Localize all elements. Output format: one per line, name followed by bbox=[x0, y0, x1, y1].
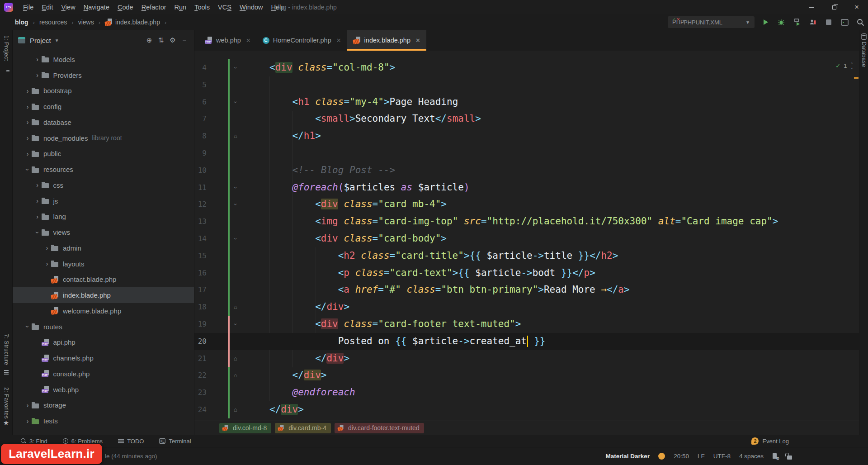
menu-vcs[interactable]: VCS bbox=[214, 4, 236, 11]
close-icon[interactable]: ✕ bbox=[336, 37, 341, 44]
chevron-icon[interactable]: › bbox=[33, 71, 42, 79]
menu-window[interactable]: Window bbox=[236, 4, 267, 11]
tool-tab-database[interactable]: Database bbox=[861, 42, 867, 67]
star-icon[interactable]: ★ bbox=[3, 419, 9, 427]
code-text[interactable]: <div class="col-md-8"> bbox=[269, 59, 859, 76]
code-text[interactable]: </div> bbox=[269, 401, 859, 418]
run-anything-button[interactable] bbox=[840, 17, 849, 27]
tool-tab-favorites[interactable]: 2: Favorites bbox=[3, 387, 9, 419]
line-separator[interactable]: LF bbox=[698, 453, 705, 460]
chevron-icon[interactable]: › bbox=[24, 119, 32, 126]
line-number[interactable]: 16 bbox=[194, 265, 207, 282]
vcs-modified-marker[interactable] bbox=[228, 350, 230, 367]
fold-end-icon[interactable]: ⌂ bbox=[231, 401, 241, 418]
debug-button[interactable] bbox=[776, 17, 786, 27]
fold-start-icon[interactable]: › bbox=[231, 316, 241, 333]
profiler-button[interactable] bbox=[808, 17, 818, 27]
theme-name[interactable]: Material Darker bbox=[606, 453, 650, 460]
breadcrumb-div.card.mb-4[interactable]: div.card.mb-4 bbox=[275, 423, 331, 433]
fold-end-icon[interactable]: ⌂ bbox=[231, 299, 241, 316]
run-with-coverage-button[interactable] bbox=[792, 17, 802, 27]
project-panel-title[interactable]: Project bbox=[30, 37, 51, 44]
tree-item-config[interactable]: ›config bbox=[13, 99, 194, 114]
menu-navigate[interactable]: Navigate bbox=[80, 4, 113, 11]
line-number[interactable]: 13 bbox=[194, 213, 207, 230]
line-number[interactable]: 6 bbox=[194, 94, 207, 111]
line-number[interactable]: 23 bbox=[194, 384, 207, 401]
tab-web.php[interactable]: PHPweb.php✕ bbox=[199, 30, 257, 51]
caret-position[interactable]: 20:50 bbox=[674, 453, 689, 460]
tree-item-index.blade.php[interactable]: index.blade.php bbox=[13, 287, 194, 303]
line-number[interactable]: 9 bbox=[194, 145, 207, 162]
menu-tools[interactable]: Tools bbox=[190, 4, 214, 11]
code-text[interactable]: </div> bbox=[269, 299, 859, 316]
vcs-added-marker[interactable] bbox=[228, 110, 230, 128]
tool-tab-structure[interactable]: 7: Structure bbox=[3, 334, 9, 365]
tree-item-Providers[interactable]: ›Providers bbox=[13, 67, 194, 83]
fold-start-icon[interactable]: › bbox=[231, 59, 241, 76]
chevron-icon[interactable]: › bbox=[33, 213, 42, 220]
chevron-icon[interactable]: › bbox=[33, 197, 42, 204]
line-number[interactable]: 8 bbox=[194, 128, 207, 145]
menu-code[interactable]: Code bbox=[113, 4, 137, 11]
tool-tab-terminal[interactable]: >_ Terminal bbox=[159, 438, 191, 445]
event-log-button[interactable]: 2 Event Log bbox=[751, 437, 789, 445]
line-number[interactable]: 14 bbox=[194, 230, 207, 247]
breadcrumb-div.col-md-8[interactable]: div.col-md-8 bbox=[219, 423, 271, 433]
chevron-down-icon[interactable]: ▼ bbox=[55, 38, 59, 43]
database-icon[interactable] bbox=[861, 33, 867, 42]
tab-index.blade.php[interactable]: index.blade.php✕ bbox=[347, 30, 426, 51]
fold-end-icon[interactable]: ⌂ bbox=[231, 367, 241, 384]
code-text[interactable]: </h1> bbox=[269, 128, 859, 145]
code-text[interactable]: <a href="#" class="btn btn-primary">Read… bbox=[269, 281, 859, 299]
tool-tab-todo[interactable]: TODO bbox=[118, 438, 144, 445]
vcs-modified-marker[interactable] bbox=[228, 333, 230, 350]
vcs-added-marker[interactable] bbox=[228, 265, 230, 282]
chevron-icon[interactable]: › bbox=[43, 260, 51, 267]
indent-setting[interactable]: 4 spaces bbox=[739, 453, 764, 460]
run-button[interactable] bbox=[760, 17, 770, 27]
code-text[interactable]: Posted on {{ $article->created_at }} bbox=[269, 333, 859, 350]
breadcrumb-item-blog[interactable]: blog bbox=[15, 19, 28, 26]
vcs-added-marker[interactable] bbox=[228, 162, 230, 179]
chevron-icon[interactable]: › bbox=[34, 228, 41, 237]
menu-run[interactable]: Run bbox=[170, 4, 191, 11]
breadcrumb-item-resources[interactable]: resources bbox=[39, 19, 67, 26]
tree-item-tests[interactable]: ›tests bbox=[13, 413, 194, 429]
file-encoding[interactable]: UTF-8 bbox=[713, 453, 731, 460]
tree-item-layouts[interactable]: ›layouts bbox=[13, 256, 194, 272]
hide-panel-button[interactable]: − bbox=[179, 37, 190, 44]
inspection-profile-icon[interactable] bbox=[772, 453, 778, 460]
tree-item-admin[interactable]: ›admin bbox=[13, 240, 194, 256]
vcs-added-marker[interactable] bbox=[228, 367, 230, 384]
chevron-icon[interactable]: › bbox=[43, 244, 51, 251]
line-number[interactable]: 17 bbox=[194, 281, 207, 299]
fold-start-icon[interactable]: › bbox=[231, 179, 241, 196]
tree-item-channels.php[interactable]: PHPchannels.php bbox=[13, 350, 194, 366]
vcs-added-marker[interactable] bbox=[228, 299, 230, 316]
tree-item-api.php[interactable]: PHPapi.php bbox=[13, 335, 194, 351]
code-text[interactable]: @endforeach bbox=[269, 384, 859, 401]
chevron-icon[interactable]: › bbox=[24, 150, 32, 157]
tree-item-contact.blade.php[interactable]: contact.blade.php bbox=[13, 272, 194, 288]
fold-end-icon[interactable]: ⌂ bbox=[231, 350, 241, 367]
code-text[interactable]: <h1 class="my-4">Page Heading bbox=[269, 94, 859, 111]
code-area[interactable]: 4›<div class="col-md-8">56›<h1 class="my… bbox=[194, 51, 859, 421]
chevron-icon[interactable]: › bbox=[24, 134, 32, 142]
vcs-added-marker[interactable] bbox=[228, 128, 230, 145]
tab-HomeController.php[interactable]: CHomeController.php✕ bbox=[257, 30, 347, 51]
chevron-icon[interactable]: › bbox=[33, 181, 42, 189]
structure-icon[interactable] bbox=[4, 370, 9, 375]
line-number[interactable]: 12 bbox=[194, 196, 207, 213]
chevron-icon[interactable]: › bbox=[24, 166, 31, 174]
line-number[interactable]: 15 bbox=[194, 247, 207, 265]
code-text[interactable]: <img class="card-img-top" src="http://pl… bbox=[269, 213, 859, 230]
code-text[interactable]: <div class="card-body"> bbox=[269, 230, 859, 247]
close-icon[interactable]: ✕ bbox=[246, 37, 251, 44]
code-text[interactable]: @foreach($articles as $article) bbox=[269, 179, 859, 196]
restore-button[interactable] bbox=[823, 0, 845, 14]
vcs-added-marker[interactable] bbox=[228, 401, 230, 418]
tree-item-database[interactable]: ›database bbox=[13, 114, 194, 130]
chevron-icon[interactable]: › bbox=[33, 56, 42, 63]
menu-view[interactable]: View bbox=[57, 4, 79, 11]
